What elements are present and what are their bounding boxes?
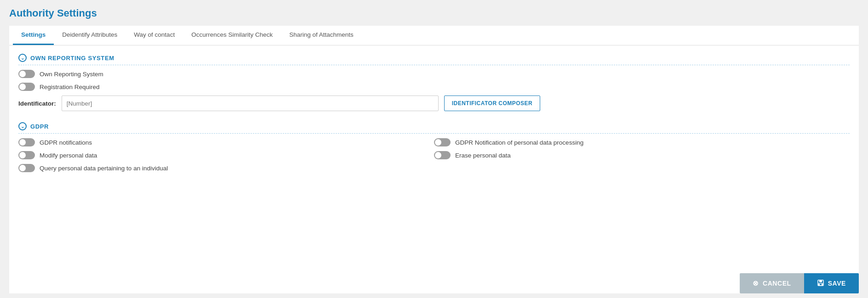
gdpr-grid: GDPR notifications Modify personal data … <box>18 138 850 177</box>
gdpr-notifications-label: GDPR notifications <box>40 139 92 146</box>
cancel-icon: ⊗ <box>753 279 759 287</box>
svg-rect-3 <box>820 284 822 285</box>
own-reporting-system-label: Own Reporting System <box>40 71 103 78</box>
gdpr-section: ⌄ GDPR GDPR notifications Modify persona… <box>18 122 850 177</box>
gdpr-notifications-row: GDPR notifications <box>18 138 434 146</box>
tabs-bar: Settings Deidentify Attributes Way of co… <box>9 26 859 45</box>
tab-occurrences[interactable]: Occurrences Similarity Check <box>183 26 281 45</box>
svg-rect-1 <box>819 280 822 282</box>
gdpr-left-col: GDPR notifications Modify personal data … <box>18 138 434 177</box>
identificator-row: Identificator: IDENTIFICATOR COMPOSER <box>18 96 850 111</box>
gdpr-notification-personal-row: GDPR Notification of personal data proce… <box>434 138 850 146</box>
identificator-composer-button[interactable]: IDENTIFICATOR COMPOSER <box>444 96 540 111</box>
erase-personal-data-row: Erase personal data <box>434 151 850 159</box>
cancel-label: CANCEL <box>763 280 791 287</box>
tab-settings[interactable]: Settings <box>13 26 54 45</box>
save-icon <box>817 279 824 288</box>
erase-personal-data-label: Erase personal data <box>455 152 511 159</box>
save-button[interactable]: SAVE <box>804 273 859 293</box>
content-area: ⌄ OWN REPORTING SYSTEM Own Reporting Sys… <box>9 45 859 293</box>
bottom-actions: ⊗ CANCEL SAVE <box>0 269 868 298</box>
page-title: Authority Settings <box>9 7 859 19</box>
gdpr-title: GDPR <box>30 123 49 130</box>
gdpr-right-col: GDPR Notification of personal data proce… <box>434 138 850 177</box>
registration-required-toggle[interactable] <box>18 83 35 91</box>
identificator-label: Identificator: <box>18 100 56 107</box>
own-reporting-section: ⌄ OWN REPORTING SYSTEM Own Reporting Sys… <box>18 54 850 111</box>
modify-personal-data-label: Modify personal data <box>40 152 97 159</box>
save-label: SAVE <box>828 280 846 287</box>
registration-required-label: Registration Required <box>40 84 100 90</box>
own-reporting-system-toggle[interactable] <box>18 70 35 78</box>
tab-deidentify[interactable]: Deidentify Attributes <box>54 26 126 45</box>
own-reporting-header: ⌄ OWN REPORTING SYSTEM <box>18 54 850 65</box>
tab-way-of-contact[interactable]: Way of contact <box>126 26 183 45</box>
page-container: Authority Settings Settings Deidentify A… <box>0 0 868 298</box>
own-reporting-collapse-icon[interactable]: ⌄ <box>18 54 27 62</box>
query-personal-data-toggle[interactable] <box>18 164 35 172</box>
tab-sharing[interactable]: Sharing of Attachments <box>281 26 362 45</box>
gdpr-notification-personal-toggle[interactable] <box>434 138 451 146</box>
identificator-input[interactable] <box>62 96 439 111</box>
gdpr-notifications-toggle[interactable] <box>18 138 35 146</box>
gdpr-collapse-icon[interactable]: ⌄ <box>18 122 27 130</box>
modify-personal-data-toggle[interactable] <box>18 151 35 159</box>
cancel-button[interactable]: ⊗ CANCEL <box>740 273 804 293</box>
erase-personal-data-toggle[interactable] <box>434 151 451 159</box>
query-personal-data-label: Query personal data pertaining to an ind… <box>40 165 168 172</box>
own-reporting-title: OWN REPORTING SYSTEM <box>30 55 114 62</box>
modify-personal-data-row: Modify personal data <box>18 151 434 159</box>
gdpr-header: ⌄ GDPR <box>18 122 850 134</box>
gdpr-notification-personal-label: GDPR Notification of personal data proce… <box>455 139 583 146</box>
query-personal-data-row: Query personal data pertaining to an ind… <box>18 164 434 172</box>
registration-required-row: Registration Required <box>18 83 850 91</box>
own-reporting-system-row: Own Reporting System <box>18 70 850 78</box>
